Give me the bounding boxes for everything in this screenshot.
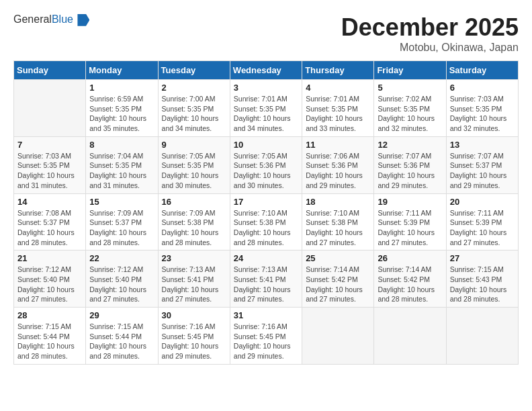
- weekday-wednesday: Wednesday: [230, 61, 302, 80]
- calendar-cell: 25Sunrise: 7:14 AM Sunset: 5:42 PM Dayli…: [302, 250, 374, 308]
- day-info: Sunrise: 7:04 AM Sunset: 5:35 PM Dayligh…: [89, 151, 154, 191]
- page-header: GeneralBlue December 2025 Motobu, Okinaw…: [13, 13, 519, 54]
- day-info: Sunrise: 7:11 AM Sunset: 5:39 PM Dayligh…: [450, 208, 515, 248]
- day-number: 16: [162, 197, 226, 207]
- day-info: Sunrise: 7:15 AM Sunset: 5:44 PM Dayligh…: [89, 322, 154, 361]
- day-info: Sunrise: 7:13 AM Sunset: 5:41 PM Dayligh…: [234, 265, 298, 304]
- day-info: Sunrise: 6:59 AM Sunset: 5:35 PM Dayligh…: [89, 94, 154, 134]
- day-number: 8: [89, 140, 154, 150]
- day-number: 9: [162, 140, 226, 150]
- calendar-cell: 11Sunrise: 7:06 AM Sunset: 5:36 PM Dayli…: [302, 136, 374, 193]
- day-number: 19: [378, 197, 442, 207]
- calendar-cell: 8Sunrise: 7:04 AM Sunset: 5:35 PM Daylig…: [86, 136, 158, 193]
- calendar-cell: 20Sunrise: 7:11 AM Sunset: 5:39 PM Dayli…: [446, 193, 518, 250]
- calendar-cell: 19Sunrise: 7:11 AM Sunset: 5:39 PM Dayli…: [374, 193, 446, 250]
- weekday-sunday: Sunday: [14, 61, 86, 80]
- month-title: December 2025: [341, 13, 519, 42]
- calendar-cell: 14Sunrise: 7:08 AM Sunset: 5:37 PM Dayli…: [14, 193, 86, 250]
- day-info: Sunrise: 7:03 AM Sunset: 5:35 PM Dayligh…: [17, 151, 82, 191]
- day-number: 4: [306, 83, 370, 93]
- calendar-cell: 7Sunrise: 7:03 AM Sunset: 5:35 PM Daylig…: [14, 136, 86, 193]
- calendar-cell: [446, 308, 518, 365]
- calendar-week-4: 21Sunrise: 7:12 AM Sunset: 5:40 PM Dayli…: [14, 250, 519, 308]
- calendar-cell: 1Sunrise: 6:59 AM Sunset: 5:35 PM Daylig…: [86, 80, 158, 137]
- calendar-cell: 27Sunrise: 7:15 AM Sunset: 5:43 PM Dayli…: [446, 250, 518, 308]
- day-number: 1: [89, 83, 154, 93]
- calendar-cell: 24Sunrise: 7:13 AM Sunset: 5:41 PM Dayli…: [230, 250, 302, 308]
- calendar-cell: [14, 80, 86, 137]
- calendar-cell: [374, 308, 446, 365]
- day-number: 26: [378, 253, 442, 263]
- day-info: Sunrise: 7:05 AM Sunset: 5:36 PM Dayligh…: [234, 151, 298, 191]
- calendar-cell: 15Sunrise: 7:09 AM Sunset: 5:37 PM Dayli…: [86, 193, 158, 250]
- day-number: 3: [234, 83, 298, 93]
- calendar-cell: [302, 308, 374, 365]
- calendar-cell: 28Sunrise: 7:15 AM Sunset: 5:44 PM Dayli…: [14, 308, 86, 365]
- calendar-cell: 13Sunrise: 7:07 AM Sunset: 5:37 PM Dayli…: [446, 136, 518, 193]
- weekday-monday: Monday: [86, 61, 158, 80]
- day-number: 29: [89, 310, 154, 320]
- calendar-body: 1Sunrise: 6:59 AM Sunset: 5:35 PM Daylig…: [14, 80, 519, 365]
- day-number: 7: [17, 140, 82, 150]
- day-info: Sunrise: 7:07 AM Sunset: 5:37 PM Dayligh…: [450, 151, 515, 191]
- calendar-cell: 26Sunrise: 7:14 AM Sunset: 5:42 PM Dayli…: [374, 250, 446, 308]
- calendar-week-1: 1Sunrise: 6:59 AM Sunset: 5:35 PM Daylig…: [14, 80, 519, 137]
- day-number: 17: [234, 197, 298, 207]
- day-number: 11: [306, 140, 370, 150]
- day-number: 18: [306, 197, 370, 207]
- day-info: Sunrise: 7:15 AM Sunset: 5:43 PM Dayligh…: [450, 265, 515, 304]
- day-info: Sunrise: 7:00 AM Sunset: 5:35 PM Dayligh…: [162, 94, 226, 134]
- calendar-cell: 21Sunrise: 7:12 AM Sunset: 5:40 PM Dayli…: [14, 250, 86, 308]
- day-info: Sunrise: 7:01 AM Sunset: 5:35 PM Dayligh…: [234, 94, 298, 134]
- calendar-cell: 4Sunrise: 7:01 AM Sunset: 5:35 PM Daylig…: [302, 80, 374, 137]
- day-number: 23: [162, 253, 226, 263]
- logo: GeneralBlue: [13, 13, 89, 26]
- location: Motobu, Okinawa, Japan: [341, 42, 519, 54]
- day-info: Sunrise: 7:08 AM Sunset: 5:37 PM Dayligh…: [17, 208, 82, 248]
- calendar-cell: 23Sunrise: 7:13 AM Sunset: 5:41 PM Dayli…: [158, 250, 230, 308]
- day-info: Sunrise: 7:01 AM Sunset: 5:35 PM Dayligh…: [306, 94, 370, 134]
- calendar-cell: 12Sunrise: 7:07 AM Sunset: 5:36 PM Dayli…: [374, 136, 446, 193]
- day-info: Sunrise: 7:12 AM Sunset: 5:40 PM Dayligh…: [17, 265, 82, 304]
- day-number: 31: [234, 310, 298, 320]
- calendar-cell: 17Sunrise: 7:10 AM Sunset: 5:38 PM Dayli…: [230, 193, 302, 250]
- calendar-cell: 29Sunrise: 7:15 AM Sunset: 5:44 PM Dayli…: [86, 308, 158, 365]
- day-number: 21: [17, 253, 82, 263]
- day-info: Sunrise: 7:03 AM Sunset: 5:35 PM Dayligh…: [450, 94, 515, 134]
- calendar-cell: 6Sunrise: 7:03 AM Sunset: 5:35 PM Daylig…: [446, 80, 518, 137]
- day-number: 22: [89, 253, 154, 263]
- calendar-cell: 16Sunrise: 7:09 AM Sunset: 5:38 PM Dayli…: [158, 193, 230, 250]
- day-number: 24: [234, 253, 298, 263]
- weekday-friday: Friday: [374, 61, 446, 80]
- weekday-thursday: Thursday: [302, 61, 374, 80]
- day-number: 30: [162, 310, 226, 320]
- day-number: 20: [450, 197, 515, 207]
- day-info: Sunrise: 7:07 AM Sunset: 5:36 PM Dayligh…: [378, 151, 442, 191]
- calendar-cell: 22Sunrise: 7:12 AM Sunset: 5:40 PM Dayli…: [86, 250, 158, 308]
- day-info: Sunrise: 7:09 AM Sunset: 5:37 PM Dayligh…: [89, 208, 154, 248]
- calendar-cell: 3Sunrise: 7:01 AM Sunset: 5:35 PM Daylig…: [230, 80, 302, 137]
- calendar-cell: 30Sunrise: 7:16 AM Sunset: 5:45 PM Dayli…: [158, 308, 230, 365]
- day-info: Sunrise: 7:15 AM Sunset: 5:44 PM Dayligh…: [17, 322, 82, 361]
- day-info: Sunrise: 7:06 AM Sunset: 5:36 PM Dayligh…: [306, 151, 370, 191]
- calendar-cell: 2Sunrise: 7:00 AM Sunset: 5:35 PM Daylig…: [158, 80, 230, 137]
- logo-blue-text: Blue: [52, 13, 73, 25]
- day-info: Sunrise: 7:11 AM Sunset: 5:39 PM Dayligh…: [378, 208, 442, 248]
- calendar-cell: 5Sunrise: 7:02 AM Sunset: 5:35 PM Daylig…: [374, 80, 446, 137]
- day-info: Sunrise: 7:14 AM Sunset: 5:42 PM Dayligh…: [378, 265, 442, 304]
- day-info: Sunrise: 7:10 AM Sunset: 5:38 PM Dayligh…: [306, 208, 370, 248]
- calendar-week-5: 28Sunrise: 7:15 AM Sunset: 5:44 PM Dayli…: [14, 308, 519, 365]
- day-info: Sunrise: 7:05 AM Sunset: 5:35 PM Dayligh…: [162, 151, 226, 191]
- day-number: 28: [17, 310, 82, 320]
- day-info: Sunrise: 7:14 AM Sunset: 5:42 PM Dayligh…: [306, 265, 370, 304]
- logo-general-text: General: [13, 13, 52, 25]
- day-number: 5: [378, 83, 442, 93]
- title-block: December 2025 Motobu, Okinawa, Japan: [341, 13, 519, 54]
- logo-icon: [77, 14, 89, 26]
- day-info: Sunrise: 7:09 AM Sunset: 5:38 PM Dayligh…: [162, 208, 226, 248]
- day-info: Sunrise: 7:13 AM Sunset: 5:41 PM Dayligh…: [162, 265, 226, 304]
- weekday-header-row: SundayMondayTuesdayWednesdayThursdayFrid…: [14, 61, 519, 80]
- calendar-cell: 10Sunrise: 7:05 AM Sunset: 5:36 PM Dayli…: [230, 136, 302, 193]
- day-number: 15: [89, 197, 154, 207]
- day-number: 14: [17, 197, 82, 207]
